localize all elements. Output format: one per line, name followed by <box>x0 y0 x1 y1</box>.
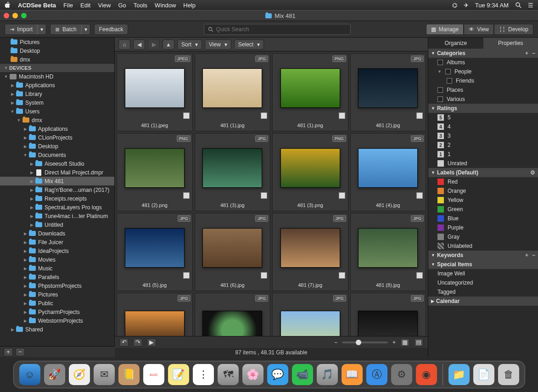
mode-view[interactable]: 👁View <box>464 24 494 35</box>
rating-item[interactable]: Unrated <box>428 159 538 168</box>
thumbnail-cell[interactable]: PNG 481 (1).png <box>272 53 348 131</box>
sidebar-tree-item[interactable]: ▶Rag'n'Bone…uman (2017) <box>0 185 114 194</box>
menu-extra-icon[interactable]: ✈ <box>464 2 469 9</box>
dock-notes[interactable]: 📝 <box>168 364 189 385</box>
category-item[interactable]: Albums <box>428 58 538 67</box>
checkbox[interactable] <box>437 60 443 65</box>
import-button[interactable]: ⇥ Import▾ <box>5 24 46 35</box>
thumbnail-cell[interactable]: JPG 481 (3).jpg <box>195 133 271 211</box>
rating-item[interactable]: 44 <box>428 122 538 131</box>
batch-button[interactable]: ≣ Batch▾ <box>50 24 90 35</box>
notification-center-icon[interactable]: ☰ <box>528 2 533 9</box>
sidebar-tree-item[interactable]: ▼Users <box>0 107 114 116</box>
sidebar-tree-item[interactable]: ▼dmx <box>0 116 114 124</box>
thumbnail-cell[interactable]: JPG 481 (4).jpg <box>350 133 426 211</box>
menu-window[interactable]: Window <box>155 2 176 9</box>
select-checkbox[interactable] <box>339 112 345 119</box>
label-item[interactable]: Red <box>428 177 538 186</box>
thumbnail-cell[interactable]: JPG <box>350 293 426 336</box>
sidebar-tree-item[interactable]: ▶Desktop <box>0 142 114 151</box>
thumbnail-cell[interactable]: JPEG 481 (1).jpeg <box>117 53 193 131</box>
select-checkbox[interactable] <box>416 112 423 119</box>
category-item[interactable]: ▼People <box>428 67 538 76</box>
sidebar-tree-item[interactable]: ▶Receipts.receipts <box>0 194 114 203</box>
select-checkbox[interactable] <box>261 272 267 279</box>
select-checkbox[interactable] <box>183 272 190 279</box>
forward-button[interactable]: ▶ <box>148 39 160 50</box>
panel-section-header[interactable]: ▼ Keywords+− <box>428 251 538 260</box>
add-icon[interactable]: + <box>525 252 528 258</box>
spotlight-icon[interactable] <box>515 2 521 8</box>
sidebar-tree-item[interactable]: ▶Parallels <box>0 273 114 281</box>
minimize-window-button[interactable] <box>12 13 18 18</box>
label-item[interactable]: Blue <box>428 214 538 223</box>
thumbnail-cell[interactable]: JPG 481 (7).jpg <box>272 213 348 291</box>
sidebar-tree-item[interactable]: ▶PhpstormProjects <box>0 281 114 290</box>
dock-acdsee[interactable]: ◉ <box>416 364 437 385</box>
sidebar-tree-item[interactable]: ▶Shared <box>0 325 114 334</box>
rating-item[interactable]: 22 <box>428 140 538 150</box>
dock-maps[interactable]: 🗺 <box>218 364 239 385</box>
thumbnail-cell[interactable]: JPG 481 (5).jpg <box>117 213 193 291</box>
sidebar-tree-item[interactable]: ▶Downloads <box>0 229 114 238</box>
dock-photos[interactable]: 🌸 <box>242 364 263 385</box>
panel-section-header[interactable]: ▼ Special Items <box>428 260 538 269</box>
menu-go[interactable]: Go <box>118 2 126 9</box>
sidebar-tree-item[interactable]: ▶WebstormProjects <box>0 316 114 325</box>
menu-edit[interactable]: Edit <box>80 2 90 9</box>
sidebar-tree-item[interactable]: ▶Applications <box>0 124 114 133</box>
dock-facetime[interactable]: 📹 <box>292 364 313 385</box>
panel-section-header[interactable]: ▼ Labels (Default)⚙ <box>428 168 538 177</box>
rating-item[interactable]: 33 <box>428 131 538 140</box>
panel-section-header[interactable]: ▼ Categories+− <box>428 49 538 58</box>
sidebar-tree-item[interactable]: ▶Movies <box>0 255 114 264</box>
play-button[interactable]: ▶ <box>147 338 156 347</box>
checkbox[interactable] <box>437 96 443 102</box>
sort-dropdown[interactable]: Sort▾ <box>177 39 202 50</box>
category-item[interactable]: Places <box>428 85 538 95</box>
menu-tools[interactable]: Tools <box>134 2 147 9</box>
back-button[interactable]: ◀ <box>133 39 145 50</box>
feedback-button[interactable]: Feedback <box>94 24 129 35</box>
sidebar-favorite[interactable]: Desktop <box>0 46 114 55</box>
up-button[interactable]: ▲ <box>163 39 174 50</box>
view-grid-button[interactable]: ▦ <box>400 338 409 347</box>
remove-folder-button[interactable]: − <box>16 348 25 356</box>
label-item[interactable]: Unlabeled <box>428 241 538 251</box>
dock-folder[interactable]: 📄 <box>473 364 494 385</box>
menu-help[interactable]: Help <box>183 2 196 9</box>
select-dropdown[interactable]: Select▾ <box>234 39 264 50</box>
sidebar-tree-item[interactable]: ▶Aiseesoft Studio <box>0 159 114 168</box>
dock-folder[interactable]: 📁 <box>448 364 470 385</box>
menu-view[interactable]: View <box>98 2 111 9</box>
sidebar-tree-item[interactable]: ▶Applications <box>0 81 114 90</box>
menu-extra-icon[interactable]: ⌬ <box>452 2 457 9</box>
panel-section-header[interactable]: ▼ Ratings <box>428 104 538 113</box>
mode-manage[interactable]: ▦Manage <box>426 24 464 35</box>
dock-ibooks[interactable]: 📖 <box>342 364 363 385</box>
mode-develop[interactable]: ╎╎Develop <box>494 24 533 35</box>
sidebar-tree-item[interactable]: ▶Untitled <box>0 220 114 229</box>
dock-mail[interactable]: ✉ <box>94 364 115 385</box>
sidebar-tree-item[interactable]: ▶Tune4mac i…ter Platinum <box>0 212 114 220</box>
dock-finder[interactable]: ☺ <box>19 364 40 385</box>
label-item[interactable]: Orange <box>428 186 538 196</box>
thumbnail-cell[interactable]: JPG 481 (6).jpg <box>195 213 271 291</box>
view-dropdown[interactable]: View▾ <box>205 39 231 50</box>
gear-icon[interactable]: ⚙ <box>530 169 535 176</box>
thumbnail-cell[interactable]: PNG 481 (2).png <box>117 133 193 211</box>
thumbnail-cell[interactable]: JPG <box>117 293 193 336</box>
home-button[interactable]: ⌂ <box>118 39 130 50</box>
select-checkbox[interactable] <box>183 112 190 119</box>
zoom-window-button[interactable] <box>21 13 27 18</box>
add-folder-button[interactable]: + <box>4 348 13 356</box>
apple-icon[interactable] <box>5 2 11 8</box>
zoom-in-icon[interactable]: + <box>392 339 396 346</box>
select-checkbox[interactable] <box>416 192 423 199</box>
select-checkbox[interactable] <box>416 272 423 279</box>
sidebar-tree-item[interactable]: ▶Library <box>0 90 114 98</box>
category-item[interactable]: Friends <box>428 76 538 85</box>
label-item[interactable]: Green <box>428 205 538 214</box>
add-icon[interactable]: + <box>525 50 528 56</box>
checkbox[interactable] <box>445 69 451 74</box>
